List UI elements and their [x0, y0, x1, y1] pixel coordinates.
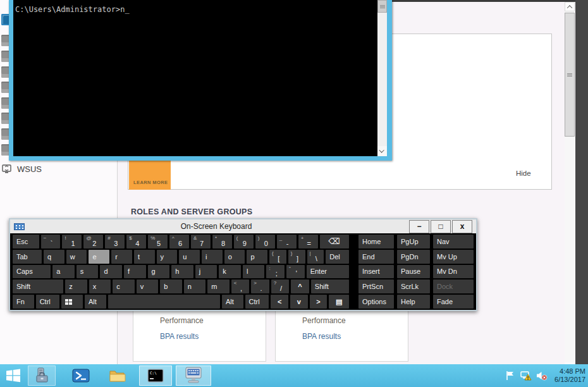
- key-Insert[interactable]: Insert: [358, 265, 394, 279]
- key-Tab[interactable]: Tab: [13, 250, 42, 264]
- key-j[interactable]: j: [195, 265, 217, 279]
- key-x[interactable]: x: [89, 280, 111, 293]
- key-Pause[interactable]: Pause: [397, 265, 430, 279]
- key-7[interactable]: &7: [191, 235, 211, 249]
- key-PgDn[interactable]: PgDn: [397, 250, 430, 264]
- bpa-results-link[interactable]: BPA results: [302, 332, 341, 341]
- key-d[interactable]: d: [100, 265, 122, 279]
- key-End[interactable]: End: [358, 250, 394, 264]
- key-sp[interactable]: [108, 295, 220, 309]
- key-[[interactable]: {[: [269, 250, 286, 264]
- key-Home[interactable]: Home: [358, 235, 394, 249]
- key-r[interactable]: r: [111, 250, 132, 264]
- key-Help[interactable]: Help: [397, 295, 430, 309]
- key-PgUp[interactable]: PgUp: [397, 235, 430, 249]
- key-/[interactable]: ?/: [271, 280, 290, 293]
- console-scrollbar-down-button[interactable]: [377, 146, 387, 156]
- hide-link[interactable]: Hide: [516, 169, 531, 177]
- key-f[interactable]: f: [124, 265, 146, 279]
- key-s[interactable]: s: [77, 265, 99, 279]
- key-Del[interactable]: Del: [326, 250, 349, 264]
- key-4[interactable]: $4: [126, 235, 146, 249]
- key-`[interactable]: ~`: [41, 235, 61, 249]
- key->[interactable]: >: [310, 295, 328, 309]
- key-n[interactable]: n: [184, 280, 206, 293]
- key-Mv Up[interactable]: Mv Up: [433, 250, 474, 264]
- key-v[interactable]: v: [137, 280, 159, 293]
- clock[interactable]: 4:48 PM 6/13/2017: [554, 367, 585, 384]
- command-prompt-taskbar-button[interactable]: C:\: [139, 366, 172, 386]
- key-8[interactable]: *8: [212, 235, 232, 249]
- key-⌫[interactable]: ⌫: [320, 235, 349, 249]
- key-o[interactable]: o: [224, 250, 245, 264]
- key-h[interactable]: h: [171, 265, 193, 279]
- key-Ctrl[interactable]: Ctrl: [36, 295, 60, 309]
- key-3[interactable]: #3: [105, 235, 125, 249]
- key-q[interactable]: q: [44, 250, 64, 264]
- key-a[interactable]: a: [52, 265, 75, 279]
- key-y[interactable]: y: [157, 250, 178, 264]
- key-Caps[interactable]: Caps: [13, 265, 51, 279]
- key-u[interactable]: u: [179, 250, 200, 264]
- key-e[interactable]: e: [89, 250, 109, 264]
- key-\[interactable]: |\: [307, 250, 324, 264]
- osk-titlebar[interactable]: On-Screen Keyboard − □ x: [10, 219, 476, 233]
- start-button[interactable]: [1, 365, 25, 386]
- key--[interactable]: _-: [277, 235, 297, 249]
- scrollbar-thumb[interactable]: [565, 13, 575, 137]
- key-9[interactable]: (9: [234, 235, 254, 249]
- key-,[interactable]: <,: [231, 280, 250, 293]
- close-button[interactable]: x: [452, 220, 472, 233]
- key-i[interactable]: i: [202, 250, 223, 264]
- volume-muted-icon[interactable]: [536, 370, 548, 381]
- key-Shift[interactable]: Shift: [311, 280, 349, 293]
- key-'[interactable]: "': [286, 265, 305, 279]
- key-Alt[interactable]: Alt: [222, 295, 243, 309]
- key-Nav[interactable]: Nav: [433, 235, 474, 249]
- key-PrtScn[interactable]: PrtScn: [358, 280, 394, 293]
- key-Ctrl[interactable]: Ctrl: [245, 295, 269, 309]
- on-screen-keyboard-taskbar-button[interactable]: [176, 366, 211, 386]
- key-Options[interactable]: Options: [358, 295, 394, 309]
- key-.[interactable]: >.: [251, 280, 269, 293]
- key-Alt[interactable]: Alt: [85, 295, 106, 309]
- maximize-button[interactable]: □: [431, 220, 451, 233]
- console-scrollbar[interactable]: [377, 0, 387, 156]
- key-=[interactable]: +=: [298, 235, 318, 249]
- network-status-icon[interactable]: [520, 370, 532, 381]
- performance-link[interactable]: Performance: [302, 316, 346, 325]
- key-Mv Dn[interactable]: Mv Dn: [433, 265, 474, 279]
- scrollbar-up-button[interactable]: [565, 2, 575, 11]
- key-b[interactable]: b: [160, 280, 182, 293]
- key-][interactable]: }]: [288, 250, 305, 264]
- key-▤[interactable]: ▤: [329, 295, 349, 309]
- key-g[interactable]: g: [148, 265, 170, 279]
- key-t[interactable]: t: [134, 250, 155, 264]
- key-m[interactable]: m: [207, 280, 230, 293]
- key-ScrLk[interactable]: ScrLk: [397, 280, 430, 293]
- key-v[interactable]: v: [290, 295, 308, 309]
- key-Enter[interactable]: Enter: [307, 265, 349, 279]
- key-Fade[interactable]: Fade: [433, 295, 474, 309]
- key-p[interactable]: p: [247, 250, 267, 264]
- console-output-area[interactable]: C:\Users\Administrator>n_: [13, 0, 377, 156]
- key-l[interactable]: l: [243, 265, 265, 279]
- command-prompt-window[interactable]: C:\Users\Administrator>n_: [9, 0, 392, 161]
- key-Fn[interactable]: Fn: [13, 295, 34, 309]
- minimize-button[interactable]: −: [409, 220, 429, 233]
- key-^[interactable]: ^: [291, 280, 309, 293]
- console-scrollbar-thumb[interactable]: [377, 0, 387, 13]
- file-explorer-taskbar-button[interactable]: [102, 366, 133, 386]
- key-w[interactable]: w: [66, 250, 87, 264]
- action-center-flag-icon[interactable]: [505, 370, 516, 381]
- key-<[interactable]: <: [271, 295, 288, 309]
- key-2[interactable]: @2: [83, 235, 103, 249]
- performance-link[interactable]: Performance: [160, 316, 204, 325]
- sidebar-item-wsus[interactable]: WSUS: [2, 163, 109, 175]
- key-Shift[interactable]: Shift: [13, 280, 63, 293]
- server-manager-taskbar-button[interactable]: [28, 366, 56, 386]
- bpa-results-link[interactable]: BPA results: [160, 332, 199, 341]
- key-c[interactable]: c: [113, 280, 135, 293]
- key-0[interactable]: )0: [255, 235, 275, 249]
- powershell-taskbar-button[interactable]: [66, 366, 96, 386]
